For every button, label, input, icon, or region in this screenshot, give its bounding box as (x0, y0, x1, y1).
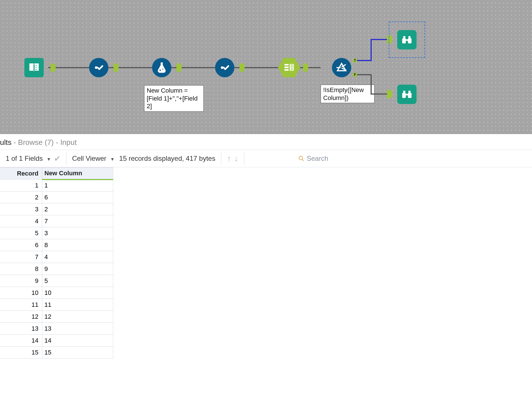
toolbar-divider (244, 153, 244, 164)
cell-record[interactable]: 13 (0, 323, 42, 335)
svg-rect-20 (405, 39, 409, 41)
connector-line-true-v (371, 39, 372, 61)
table-row[interactable]: 1414 (0, 335, 113, 347)
toolbar-divider (66, 153, 66, 164)
results-table[interactable]: Record New Column 1126324753687489951010… (0, 167, 113, 358)
connector-anchor (113, 63, 119, 72)
tool-filter[interactable] (332, 58, 351, 77)
cell-new-column[interactable]: 10 (42, 287, 113, 299)
cell-new-column[interactable]: 7 (42, 215, 113, 227)
cell-new-column[interactable]: 1 (42, 180, 113, 191)
tool-select-2[interactable] (215, 58, 234, 77)
cell-viewer-label: Cell Viewer (72, 155, 106, 162)
cell-new-column[interactable]: 14 (42, 335, 113, 347)
svg-rect-24 (408, 93, 412, 98)
connector-anchor (387, 90, 392, 98)
cell-new-column[interactable]: 6 (42, 191, 113, 203)
cell-record[interactable]: 15 (0, 347, 42, 358)
table-row[interactable]: 1313 (0, 323, 113, 335)
cell-record[interactable]: 9 (0, 275, 42, 287)
tool-text-to-columns[interactable] (278, 58, 300, 77)
toolbar-divider (221, 153, 221, 164)
book-open-icon (28, 61, 40, 74)
arrow-down-icon[interactable]: ↓ (234, 154, 238, 163)
cell-new-column[interactable]: 8 (42, 239, 113, 251)
svg-rect-8 (285, 66, 289, 68)
cell-record[interactable]: 6 (0, 239, 42, 251)
cell-new-column[interactable]: 11 (42, 299, 113, 311)
svg-point-5 (162, 69, 163, 70)
cell-record[interactable]: 2 (0, 191, 42, 203)
arrow-up-icon[interactable]: ↑ (227, 154, 231, 163)
cell-new-column[interactable]: 15 (42, 347, 113, 358)
cell-new-column[interactable]: 12 (42, 311, 113, 323)
cell-record[interactable]: 1 (0, 180, 42, 191)
cell-record[interactable]: 7 (0, 251, 42, 263)
search-icon (298, 155, 304, 162)
table-row[interactable]: 95 (0, 275, 113, 287)
cell-new-column[interactable]: 13 (42, 323, 113, 335)
table-row[interactable]: 53 (0, 227, 113, 239)
column-header-record[interactable]: Record (0, 168, 42, 180)
column-header-new-column[interactable]: New Column (42, 168, 113, 180)
svg-point-1 (36, 67, 37, 68)
table-row[interactable]: 47 (0, 215, 113, 227)
cell-new-column[interactable]: 3 (42, 227, 113, 239)
workflow-canvas[interactable]: New Column = [Field 1]+","+[Field 2] T F… (0, 0, 532, 134)
binoculars-icon (401, 34, 413, 46)
table-row[interactable]: 32 (0, 203, 113, 215)
binoculars-icon (401, 88, 413, 101)
fields-count-label: 1 of 1 Fields (6, 155, 43, 162)
fields-dropdown[interactable]: 1 of 1 Fields ▼ (6, 155, 51, 162)
table-row[interactable]: 68 (0, 239, 113, 251)
table-row[interactable]: 26 (0, 191, 113, 203)
filter-prism-icon (335, 61, 348, 74)
connector-line-false (357, 74, 372, 75)
svg-rect-25 (405, 94, 409, 95)
connector-anchor (303, 63, 308, 72)
table-row[interactable]: 1010 (0, 287, 113, 299)
cell-record[interactable]: 14 (0, 335, 42, 347)
table-row[interactable]: 1212 (0, 311, 113, 323)
cell-record[interactable]: 4 (0, 215, 42, 227)
tool-select-1[interactable] (89, 58, 108, 77)
results-title-suffix: - Browse (7) - Input (11, 138, 77, 147)
svg-rect-7 (285, 64, 289, 66)
tool-formula[interactable] (152, 58, 171, 77)
table-row[interactable]: 74 (0, 251, 113, 263)
svg-rect-23 (402, 93, 406, 98)
svg-rect-9 (285, 69, 289, 71)
cell-record[interactable]: 3 (0, 203, 42, 215)
caret-down-icon: ▼ (110, 157, 115, 162)
cell-new-column[interactable]: 4 (42, 251, 113, 263)
cell-record[interactable]: 5 (0, 227, 42, 239)
cell-new-column[interactable]: 5 (42, 275, 113, 287)
filter-true-anchor: T (353, 59, 357, 62)
tool-browse-false[interactable] (397, 85, 417, 104)
table-row[interactable]: 1515 (0, 347, 113, 358)
results-toolbar: 1 of 1 Fields ▼ ✔ Cell Viewer ▼ 15 recor… (0, 150, 532, 167)
cell-record[interactable]: 12 (0, 311, 42, 323)
svg-rect-21 (403, 36, 405, 39)
svg-rect-19 (408, 38, 412, 43)
search-input[interactable] (307, 155, 420, 162)
connector-anchor (176, 63, 182, 72)
tool-browse-true[interactable] (397, 30, 417, 49)
caret-down-icon: ▼ (47, 157, 51, 162)
formula-expression-label: New Column = [Field 1]+","+[Field 2] (144, 85, 204, 112)
cell-record[interactable]: 11 (0, 299, 42, 311)
table-row[interactable]: 11 (0, 180, 113, 191)
table-row[interactable]: 89 (0, 263, 113, 275)
check-icon[interactable]: ✔ (54, 154, 60, 163)
cell-viewer-dropdown[interactable]: Cell Viewer ▼ (72, 155, 115, 162)
cell-new-column[interactable]: 9 (42, 263, 113, 275)
tool-input-data[interactable] (24, 58, 44, 77)
columns-icon (283, 61, 295, 74)
svg-rect-27 (409, 91, 411, 93)
cell-record[interactable]: 8 (0, 263, 42, 275)
table-row[interactable]: 1111 (0, 299, 113, 311)
cell-record[interactable]: 10 (0, 287, 42, 299)
svg-point-4 (159, 70, 161, 71)
cell-new-column[interactable]: 2 (42, 203, 113, 215)
search-box[interactable] (298, 155, 420, 162)
